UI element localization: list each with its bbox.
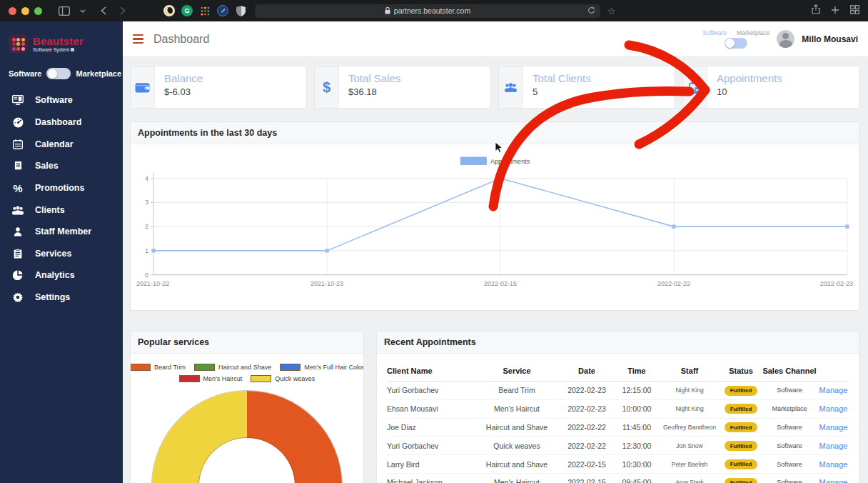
service-cell: Haircut and Shave: [475, 460, 558, 469]
manage-link[interactable]: Manage: [818, 460, 849, 469]
client-name-cell: Ehsan Mousavi: [387, 404, 475, 413]
share-icon[interactable]: [812, 4, 820, 17]
bookmark-star-icon[interactable]: ☆: [607, 6, 616, 16]
client-name-cell: Larry Bird: [387, 460, 475, 469]
blue-extension-icon[interactable]: [217, 5, 228, 16]
date-cell: 2022-02-22: [558, 423, 615, 432]
manage-link[interactable]: Manage: [818, 404, 849, 413]
logo: Beautster Software System: [0, 30, 123, 62]
sidebar-item-sales[interactable]: Sales: [0, 155, 123, 176]
user-avatar[interactable]: [777, 30, 794, 48]
status-cell: Fulfilled: [721, 441, 761, 452]
stat-title: Balance: [164, 72, 203, 84]
tab-overview-icon[interactable]: [850, 4, 859, 17]
page-title: Dashboard: [153, 33, 209, 46]
window-controls: [9, 7, 42, 15]
logo-title: Beautster: [33, 36, 84, 47]
status-badge: Fulfilled: [725, 386, 758, 396]
dollar-icon: $: [315, 66, 339, 108]
column-header: Sales Channel: [761, 367, 818, 375]
manage-link[interactable]: Manage: [818, 478, 849, 483]
time-cell: 12:30:00: [615, 442, 658, 450]
zoom-window-button[interactable]: [34, 7, 42, 15]
column-header: Staff: [658, 367, 721, 375]
table-row: Michael JacksonMen's Haircut2022-02-1509…: [387, 474, 849, 483]
apps-grid-extension-icon[interactable]: [199, 5, 211, 16]
column-header: Time: [615, 367, 658, 375]
sales-channel-cell: Software: [761, 479, 818, 483]
date-cell: 2022-02-15: [558, 460, 615, 469]
time-cell: 09:45:00: [615, 478, 658, 483]
chevron-down-icon[interactable]: [80, 9, 86, 13]
new-tab-icon[interactable]: [831, 4, 839, 17]
sidebar-item-services[interactable]: Services: [0, 243, 123, 264]
pie-icon: [11, 270, 24, 280]
sidebar-item-analytics[interactable]: Analytics: [0, 264, 123, 286]
user-name: Millo Mousavi: [802, 34, 858, 44]
service-cell: Beard Trim: [475, 386, 558, 394]
date-cell: 2022-02-22: [558, 442, 615, 450]
status-cell: Fulfilled: [721, 477, 761, 483]
header-toggle-label-software: Software: [702, 29, 727, 36]
sidebar-item-clients[interactable]: Clients: [0, 199, 123, 221]
gear-icon: [11, 292, 24, 302]
back-button[interactable]: [101, 6, 106, 15]
time-cell: 12:15:00: [615, 386, 658, 394]
sidebar-item-settings[interactable]: Settings: [0, 286, 123, 307]
sidebar-item-dashboard[interactable]: Dashboard: [0, 111, 123, 133]
shield-extension-icon[interactable]: [235, 5, 246, 16]
sales-channel-cell: Software: [761, 461, 818, 468]
status-cell: Fulfilled: [721, 459, 761, 469]
table-row: Ehsan MousaviMen's Haircut2022-02-2310:0…: [387, 400, 849, 419]
sidebar-item-software[interactable]: Software: [0, 89, 123, 111]
sidebar-toggle-icon[interactable]: [59, 6, 70, 16]
svg-text:1: 1: [145, 247, 148, 254]
staff-cell: Jon Snow: [658, 442, 721, 449]
recent-appointments-title: Recent Appointments: [377, 332, 859, 354]
sidebar-item-calendar[interactable]: Calendar: [0, 134, 123, 155]
svg-text:2022-02-15: 2022-02-15: [484, 280, 517, 287]
time-cell: 10:30:00: [615, 460, 658, 469]
address-bar[interactable]: partners.beautster.com: [255, 4, 600, 18]
calendar-icon: [11, 139, 24, 149]
sidebar-item-label: Clients: [35, 205, 65, 215]
extension-icons: G: [163, 5, 246, 16]
manage-link[interactable]: Manage: [818, 423, 849, 432]
hamburger-menu-icon[interactable]: [133, 34, 143, 44]
legend-item: Men's Haircut: [179, 375, 243, 382]
sidebar-item-label: Software: [35, 95, 73, 105]
sidebar-item-label: Dashboard: [35, 117, 81, 127]
green-extension-icon[interactable]: G: [181, 5, 193, 16]
sidebar-toggle-label-software: Software: [9, 69, 41, 78]
staff-cell: Geoffrey Baratheon: [658, 424, 721, 431]
svg-text:2021-10-22: 2021-10-22: [136, 280, 169, 287]
legend-label: Men's Haircut: [203, 375, 243, 382]
sidebar-item-staff-member[interactable]: Staff Member: [0, 221, 123, 242]
status-cell: Fulfilled: [721, 385, 761, 396]
close-window-button[interactable]: [9, 7, 16, 15]
stat-value: 10: [717, 86, 782, 97]
header-mode-toggle[interactable]: [725, 38, 747, 49]
manage-link[interactable]: Manage: [818, 386, 849, 394]
sales-channel-cell: Software: [761, 442, 818, 449]
legend-item: Men's Full Hair Color: [280, 364, 364, 371]
stat-card-total-clients: Total Clients5: [498, 66, 675, 109]
popular-services-donut-chart: [152, 391, 342, 483]
legend-swatch: [194, 364, 215, 371]
minimize-window-button[interactable]: [21, 7, 29, 15]
reload-icon[interactable]: [587, 6, 595, 16]
sidebar-item-label: Analytics: [35, 270, 75, 280]
stat-value: $-6.03: [164, 86, 203, 97]
table-row: Yuri GorbachevQuick weaves2022-02-2212:3…: [387, 437, 849, 455]
calendar-check-icon: [683, 66, 707, 108]
sidebar-item-label: Staff Member: [35, 226, 91, 236]
sidebar-item-label: Settings: [35, 292, 70, 302]
forward-button[interactable]: [120, 6, 126, 15]
manage-link[interactable]: Manage: [818, 442, 849, 450]
sidebar-mode-toggle[interactable]: [46, 68, 71, 79]
service-cell: Men's Haircut: [475, 404, 558, 413]
staff-cell: Night King: [658, 387, 721, 394]
crescent-moon-extension-icon[interactable]: [163, 5, 175, 16]
legend-label: Haircut and Shave: [218, 364, 271, 371]
sidebar-item-promotions[interactable]: %Promotions: [0, 177, 123, 199]
